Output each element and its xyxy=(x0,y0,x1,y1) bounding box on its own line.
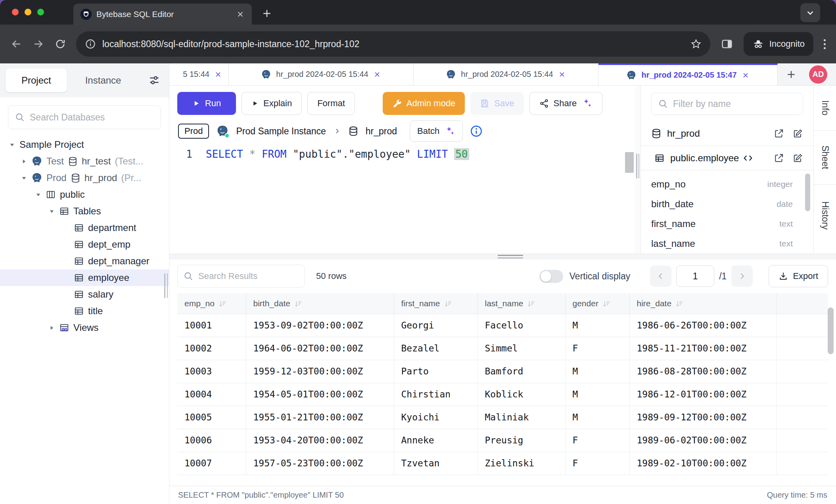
admin-mode-button[interactable]: Admin mode xyxy=(383,92,465,115)
column-header[interactable]: gender xyxy=(565,293,629,314)
close-icon[interactable] xyxy=(742,71,750,79)
column-list-scrollbar[interactable] xyxy=(805,174,810,211)
open-external-icon[interactable] xyxy=(774,153,784,163)
side-panel-icon[interactable] xyxy=(721,38,733,50)
tree-node-table-dept-manager[interactable]: dept_manager xyxy=(0,253,169,269)
column-header[interactable]: first_name xyxy=(394,293,477,314)
sidebar-filter-icon[interactable] xyxy=(148,74,160,86)
filter-by-name-input[interactable] xyxy=(673,99,796,109)
column-header[interactable]: emp_no xyxy=(177,293,246,314)
new-tab-button[interactable] xyxy=(261,8,272,19)
table-row[interactable]: 100061953-04-20T00:00:00ZAnnekePreusigF1… xyxy=(177,429,828,452)
address-bar[interactable]: localhost:8080/sql-editor/prod-sample-in… xyxy=(76,31,710,57)
sort-icon[interactable] xyxy=(219,300,227,308)
caret-down-icon[interactable] xyxy=(9,141,15,148)
url-text[interactable]: localhost:8080/sql-editor/prod-sample-in… xyxy=(102,39,684,50)
editor-tab-2[interactable]: hr_prod 2024-02-05 15:44 xyxy=(229,63,414,85)
tree-node-table-title[interactable]: title xyxy=(0,303,169,319)
sort-icon[interactable] xyxy=(675,300,684,308)
table-row[interactable]: 100031959-12-03T00:00:00ZPartoBamfordM19… xyxy=(177,360,828,383)
bookmark-star-icon[interactable] xyxy=(690,38,702,50)
format-button[interactable]: Format xyxy=(307,92,355,115)
schema-panel-database-row[interactable]: hr_prod xyxy=(641,121,813,146)
minimize-window-button[interactable] xyxy=(25,9,31,15)
editor-tab-1[interactable]: 5 15:44 xyxy=(169,63,229,85)
search-results-input[interactable] xyxy=(198,271,299,281)
info-circle-icon[interactable] xyxy=(470,125,483,137)
add-tab-icon[interactable] xyxy=(786,69,797,80)
tree-node-test-db[interactable]: Test hr_test (Test... xyxy=(0,153,169,170)
window-controls[interactable] xyxy=(12,9,44,15)
close-icon[interactable] xyxy=(214,71,222,78)
caret-right-icon[interactable] xyxy=(48,325,55,331)
column-header[interactable]: last_name xyxy=(477,293,565,314)
column-row[interactable]: first_name text xyxy=(651,214,803,234)
reload-icon[interactable] xyxy=(55,38,66,50)
tab-history[interactable]: History xyxy=(814,185,836,246)
column-row[interactable]: birth_date date xyxy=(651,194,803,214)
edit-icon[interactable] xyxy=(793,128,803,139)
open-external-icon[interactable] xyxy=(774,128,784,139)
sort-icon[interactable] xyxy=(527,300,536,308)
tab-project[interactable]: Project xyxy=(6,69,67,92)
database-search-box[interactable] xyxy=(8,105,161,129)
caret-down-icon[interactable] xyxy=(21,175,27,181)
back-icon[interactable] xyxy=(10,38,22,50)
filter-box[interactable] xyxy=(651,93,803,115)
browser-tab[interactable]: Bytebase SQL Editor xyxy=(73,4,252,25)
tab-info[interactable]: Info xyxy=(814,86,836,131)
tree-node-views-group[interactable]: Views xyxy=(0,319,169,336)
caret-right-icon[interactable] xyxy=(21,158,27,165)
page-input[interactable] xyxy=(676,265,714,287)
sort-icon[interactable] xyxy=(444,300,453,308)
tree-node-table-department[interactable]: department xyxy=(0,220,169,236)
table-row[interactable]: 100051955-01-21T00:00:00ZKyoichiMaliniak… xyxy=(177,406,828,429)
editor-tab-4-active[interactable]: hr_prod 2024-02-05 15:47 xyxy=(598,63,778,85)
horizontal-splitter[interactable] xyxy=(169,254,836,259)
column-header[interactable]: birth_date xyxy=(246,293,394,314)
panel-resize-handle[interactable] xyxy=(635,86,640,254)
share-button[interactable]: Share xyxy=(529,92,603,115)
caret-down-icon[interactable] xyxy=(48,208,55,215)
next-page-button[interactable] xyxy=(731,265,753,287)
tab-sheet[interactable]: Sheet xyxy=(814,131,836,185)
editor-scrollbar[interactable] xyxy=(625,152,634,173)
browser-menu-button[interactable] xyxy=(824,39,826,49)
prev-page-button[interactable] xyxy=(650,265,671,287)
forward-icon[interactable] xyxy=(33,38,44,50)
column-row[interactable]: emp_no integer xyxy=(651,174,803,194)
tree-node-project[interactable]: Sample Project xyxy=(0,136,169,153)
code-icon[interactable] xyxy=(743,153,753,163)
sidebar-resize-handle[interactable] xyxy=(164,273,168,298)
explain-button[interactable]: Explain xyxy=(242,92,302,115)
column-row[interactable]: last_name text xyxy=(651,234,803,254)
run-button[interactable]: Run xyxy=(177,92,236,115)
results-search-box[interactable] xyxy=(177,265,305,288)
editor-tab-3[interactable]: hr_prod 2024-02-05 15:44 xyxy=(414,63,598,85)
close-window-button[interactable] xyxy=(12,9,19,15)
database-name[interactable]: hr_prod xyxy=(366,126,397,137)
splitter-grip[interactable] xyxy=(498,255,523,258)
tab-search-button[interactable] xyxy=(800,3,820,22)
maximize-window-button[interactable] xyxy=(37,9,44,15)
close-tab-icon[interactable] xyxy=(236,10,245,19)
tree-node-table-salary[interactable]: salary xyxy=(0,286,169,303)
results-scrollbar[interactable] xyxy=(828,307,834,354)
search-databases-input[interactable] xyxy=(30,112,154,123)
batch-button[interactable]: Batch xyxy=(410,120,463,142)
instance-name[interactable]: Prod Sample Instance xyxy=(236,126,326,137)
table-row[interactable]: 100071957-05-23T00:00:00ZTzvetanZielinsk… xyxy=(177,452,828,475)
close-icon[interactable] xyxy=(373,71,381,78)
schema-panel-table-row[interactable]: public.employee xyxy=(641,146,813,170)
table-row[interactable]: 100041954-05-01T00:00:00ZChirstianKoblic… xyxy=(177,383,828,406)
vertical-display-toggle[interactable] xyxy=(539,270,563,283)
sql-editor[interactable]: 1 SELECT * FROM "public"."employee" LIMI… xyxy=(169,143,635,254)
tree-node-table-employee-selected[interactable]: employee xyxy=(0,269,169,286)
export-button[interactable]: Export xyxy=(769,265,828,287)
sort-icon[interactable] xyxy=(294,300,303,308)
table-row[interactable]: 100021964-06-02T00:00:00ZBezalelSimmelF1… xyxy=(177,337,828,360)
edit-icon[interactable] xyxy=(793,153,803,163)
column-header[interactable]: hire_date xyxy=(629,293,777,314)
sql-line-1[interactable]: 1 SELECT * FROM "public"."employee" LIMI… xyxy=(169,148,635,160)
tree-node-schema-public[interactable]: public xyxy=(0,186,169,203)
